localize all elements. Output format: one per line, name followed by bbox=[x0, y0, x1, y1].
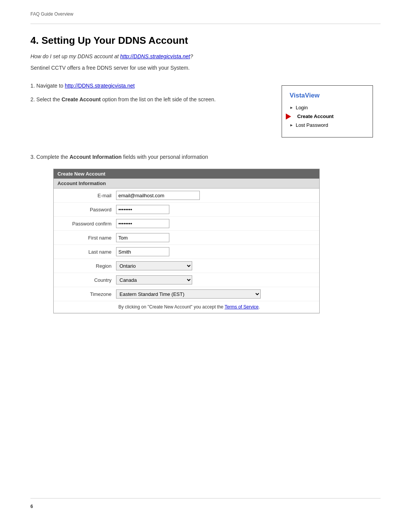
bottom-divider bbox=[30, 498, 381, 498]
password-cell bbox=[115, 203, 319, 217]
page-container: FAQ Guide Overview 4. Setting Up Your DD… bbox=[0, 0, 411, 532]
table-row: Region Ontario bbox=[54, 259, 319, 273]
red-arrow-icon bbox=[286, 113, 291, 120]
timezone-select[interactable]: Eastern Standard Time (EST) bbox=[116, 289, 261, 299]
step1-link[interactable]: http://DDNS.strategicvista.net bbox=[65, 83, 135, 89]
two-col-section: 1. Navigate to http://DDNS.strategicvist… bbox=[30, 81, 381, 137]
subtitle-link[interactable]: http://DDNS.strategicvista.net bbox=[120, 53, 190, 59]
menu-create-label: Create Account bbox=[297, 113, 334, 119]
step-1: 1. Navigate to http://DDNS.strategicvist… bbox=[30, 81, 266, 90]
firstname-cell bbox=[115, 231, 319, 245]
menu-item-login[interactable]: ► Login bbox=[290, 105, 365, 110]
table-row: Password confirm bbox=[54, 217, 319, 231]
intro-text: Sentinel CCTV offers a free DDNS server … bbox=[30, 65, 381, 71]
password-confirm-label: Password confirm bbox=[54, 217, 115, 231]
country-select[interactable]: Canada bbox=[116, 275, 192, 284]
step-list: 1. Navigate to http://DDNS.strategicvist… bbox=[30, 81, 266, 104]
step-2: 2. Select the Create Account option from… bbox=[30, 95, 266, 104]
firstname-label: First name bbox=[54, 231, 115, 245]
menu-item-create-account[interactable]: Create Account bbox=[297, 113, 365, 119]
vistaview-box: VistaView ► Login Create Account ► Lost … bbox=[282, 85, 373, 137]
password-input[interactable] bbox=[116, 205, 169, 214]
tos-link[interactable]: Terms of Service bbox=[225, 304, 258, 310]
table-row: Password bbox=[54, 203, 319, 217]
step3-text: 3. Complete the Account Information fiel… bbox=[30, 153, 381, 161]
breadcrumb: FAQ Guide Overview bbox=[30, 11, 381, 17]
lastname-input[interactable] bbox=[116, 247, 169, 256]
menu-lost-label: Lost Password bbox=[296, 122, 328, 128]
steps-col: 1. Navigate to http://DDNS.strategicvist… bbox=[30, 81, 266, 137]
email-label: E-mail bbox=[54, 189, 115, 203]
password-confirm-cell bbox=[115, 217, 319, 231]
region-cell: Ontario bbox=[115, 259, 319, 273]
firstname-input[interactable] bbox=[116, 233, 169, 242]
vistaview-menu: ► Login Create Account ► Lost Password bbox=[290, 105, 365, 128]
region-select[interactable]: Ontario bbox=[116, 261, 192, 270]
lastname-cell bbox=[115, 245, 319, 259]
table-row: E-mail bbox=[54, 189, 319, 203]
country-cell: Canada bbox=[115, 273, 319, 287]
top-divider bbox=[30, 24, 381, 24]
password-label: Password bbox=[54, 203, 115, 217]
create-account-form: Create New Account Account Information E… bbox=[53, 169, 320, 313]
account-info-header: Account Information bbox=[54, 179, 319, 189]
lastname-label: Last name bbox=[54, 245, 115, 259]
menu-login-label: Login bbox=[296, 105, 308, 110]
form-table: E-mail Password Password confirm First n… bbox=[54, 189, 319, 313]
password-confirm-input[interactable] bbox=[116, 219, 169, 228]
section-title: 4. Setting Up Your DDNS Account bbox=[30, 35, 381, 46]
country-label: Country bbox=[54, 273, 115, 287]
menu-item-lost-password[interactable]: ► Lost Password bbox=[290, 122, 365, 128]
step3-bold: Account Information bbox=[70, 154, 122, 160]
form-header: Create New Account bbox=[54, 169, 319, 179]
table-row: First name bbox=[54, 231, 319, 245]
vistaview-title: VistaView bbox=[290, 92, 365, 99]
vistaview-panel: VistaView ► Login Create Account ► Lost … bbox=[282, 81, 381, 137]
tos-cell: By clicking on "Create New Account" you … bbox=[115, 301, 319, 313]
right-arrow-icon: ► bbox=[290, 105, 293, 110]
step2-bold: Create Account bbox=[62, 96, 101, 102]
timezone-cell: Eastern Standard Time (EST) bbox=[115, 287, 319, 301]
email-input[interactable] bbox=[116, 191, 200, 200]
email-cell bbox=[115, 189, 319, 203]
table-row: Country Canada bbox=[54, 273, 319, 287]
subtitle: How do I set up my DDNS account at http:… bbox=[30, 53, 381, 59]
right-arrow-icon-2: ► bbox=[290, 123, 293, 127]
timezone-label: Timezone bbox=[54, 287, 115, 301]
page-number: 6 bbox=[30, 504, 381, 509]
table-row: Last name bbox=[54, 245, 319, 259]
tos-row: By clicking on "Create New Account" you … bbox=[54, 301, 319, 313]
table-row: Timezone Eastern Standard Time (EST) bbox=[54, 287, 319, 301]
region-label: Region bbox=[54, 259, 115, 273]
